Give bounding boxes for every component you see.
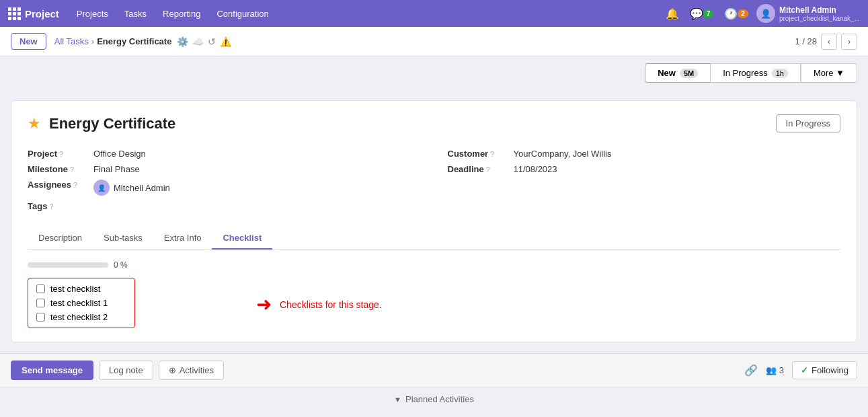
progress-bar-wrap: 0 %	[28, 260, 840, 270]
customer-help[interactable]: ?	[490, 150, 494, 158]
attachment-icon[interactable]: 🔗	[744, 364, 758, 377]
customer-field: Customer ? YourCompany, Joel Willis	[448, 146, 841, 161]
log-note-button[interactable]: Log note	[99, 361, 153, 380]
stage-inprogress-label: In Progress	[723, 68, 767, 78]
following-button[interactable]: ✓ Following	[792, 361, 857, 379]
settings-icon[interactable]: ⚙️	[177, 36, 188, 47]
user-subtitle: project_checklist_kanak_...	[779, 15, 860, 22]
warning-icon[interactable]: ⚠️	[220, 36, 231, 47]
top-navigation: Project Projects Tasks Reporting Configu…	[0, 0, 868, 27]
stage-new-button[interactable]: New 5M	[645, 63, 711, 83]
annotation-arrow: ➜ Checklists for this stage.	[256, 293, 382, 315]
notification-bell[interactable]: 🔔	[663, 5, 682, 23]
task-card: ★ Energy Certificate In Progress Project…	[11, 100, 857, 342]
right-fields: Customer ? YourCompany, Joel Willis Dead…	[448, 146, 841, 214]
menu-reporting[interactable]: Reporting	[156, 6, 207, 22]
tab-subtasks[interactable]: Sub-tasks	[93, 227, 153, 250]
assignee-avatar: 👤	[93, 180, 110, 196]
progress-bar-background	[28, 262, 108, 268]
milestone-field: Milestone ? Final Phase	[28, 161, 421, 177]
star-icon[interactable]: ★	[28, 115, 41, 132]
project-help[interactable]: ?	[59, 150, 63, 158]
grid-icon	[8, 7, 21, 20]
progress-percent: 0 %	[114, 260, 128, 270]
messaging-icon[interactable]: 💬 7	[687, 5, 717, 23]
customer-label: Customer ?	[448, 149, 508, 159]
tab-extra-info[interactable]: Extra Info	[153, 227, 212, 250]
left-fields: Project ? Office Design Milestone ? Fina…	[28, 146, 421, 214]
checklist-item-label-2: test checklist 2	[50, 312, 108, 322]
page-info: 1 / 28	[795, 36, 817, 46]
assignees-field: Assignees ? 👤 Mitchell Admin	[28, 177, 421, 198]
arrow-icon: ➜	[256, 293, 272, 315]
checklist-checkbox-2[interactable]	[36, 313, 45, 321]
activities-button[interactable]: ⊕ Activities	[159, 361, 224, 380]
tags-label: Tags ?	[28, 201, 88, 211]
next-page-button[interactable]: ›	[841, 34, 857, 50]
task-tabs: Description Sub-tasks Extra Info Checkli…	[28, 227, 840, 250]
refresh-icon[interactable]: ↺	[208, 36, 216, 47]
message-bar: Send message Log note ⊕ Activities 🔗 👥 3…	[0, 353, 868, 387]
checklist-item-label-0: test checklist	[50, 284, 100, 294]
tags-help[interactable]: ?	[49, 202, 53, 211]
stage-inprogress-button[interactable]: In Progress 1h	[710, 63, 801, 83]
deadline-value[interactable]: 11/08/2023	[514, 164, 557, 174]
tags-field: Tags ?	[28, 198, 421, 214]
milestone-value[interactable]: Final Phase	[93, 164, 140, 174]
breadcrumb-bar: New All Tasks › Energy Certificate ⚙️ ☁️…	[0, 27, 868, 56]
app-logo[interactable]: Project	[8, 7, 59, 20]
main-content: ★ Energy Certificate In Progress Project…	[0, 89, 868, 353]
menu-configuration[interactable]: Configuration	[210, 6, 275, 22]
stage-more-button[interactable]: More ▼	[801, 63, 857, 83]
task-title: Energy Certificate	[49, 115, 175, 132]
user-name: Mitchell Admin	[779, 5, 860, 15]
deadline-label: Deadline ?	[448, 164, 508, 174]
activity-icon[interactable]: 🕐 2	[721, 5, 751, 23]
assignee-wrap: 👤 Mitchell Admin	[93, 180, 170, 196]
assignees-help[interactable]: ?	[73, 181, 77, 189]
project-label: Project ?	[28, 149, 88, 159]
checklist-checkbox-1[interactable]	[36, 299, 45, 307]
top-menu: Projects Tasks Reporting Configuration	[70, 6, 276, 22]
checklist-row: test checklist test checklist 1 test che…	[28, 278, 840, 328]
menu-projects[interactable]: Projects	[70, 6, 115, 22]
planned-activities-bar[interactable]: ▼ Planned Activities	[0, 387, 868, 411]
check-icon: ✓	[801, 365, 808, 375]
tab-checklist[interactable]: Checklist	[212, 227, 272, 250]
cloud-icon[interactable]: ☁️	[192, 36, 204, 47]
checklist-box: test checklist test checklist 1 test che…	[28, 278, 135, 328]
stage-inprogress-time: 1h	[772, 69, 788, 78]
checklist-content: 0 % test checklist test checklist 1 test…	[28, 260, 840, 328]
stage-bar: New 5M In Progress 1h More ▼	[0, 56, 868, 89]
breadcrumb-all-tasks[interactable]: All Tasks	[54, 36, 89, 46]
checklist-item-1[interactable]: test checklist 1	[36, 298, 126, 308]
customer-value[interactable]: YourCompany, Joel Willis	[514, 149, 612, 159]
project-value[interactable]: Office Design	[93, 149, 146, 159]
send-message-button[interactable]: Send message	[11, 361, 93, 380]
menu-tasks[interactable]: Tasks	[118, 6, 153, 22]
milestone-help[interactable]: ?	[70, 165, 74, 174]
new-button[interactable]: New	[11, 33, 46, 50]
followers-count: 3	[779, 365, 784, 375]
checklist-item-2[interactable]: test checklist 2	[36, 312, 126, 322]
assignee-name[interactable]: Mitchell Admin	[114, 183, 170, 193]
task-header: ★ Energy Certificate In Progress	[28, 114, 840, 132]
breadcrumb-actions: ⚙️ ☁️ ↺ ⚠️	[177, 36, 231, 47]
checklist-checkbox-0[interactable]	[36, 285, 45, 293]
status-button[interactable]: In Progress	[776, 114, 840, 132]
stage-more-label: More ▼	[814, 68, 844, 78]
deadline-help[interactable]: ?	[486, 165, 490, 174]
followers-icon: 👥	[766, 365, 777, 375]
breadcrumb: All Tasks › Energy Certificate	[54, 36, 172, 46]
checklist-item-0[interactable]: test checklist	[36, 284, 126, 294]
checklist-item-label-1: test checklist 1	[50, 298, 108, 308]
activity-badge: 2	[738, 9, 748, 18]
following-label: Following	[812, 365, 849, 375]
breadcrumb-current: Energy Certificate	[97, 36, 171, 46]
prev-page-button[interactable]: ‹	[821, 34, 837, 50]
app-name: Project	[25, 8, 59, 20]
stage-new-label: New	[658, 68, 676, 78]
page-navigation: 1 / 28 ‹ ›	[795, 34, 857, 50]
user-menu[interactable]: 👤 Mitchell Admin project_checklist_kanak…	[756, 4, 860, 23]
tab-description[interactable]: Description	[28, 227, 93, 250]
